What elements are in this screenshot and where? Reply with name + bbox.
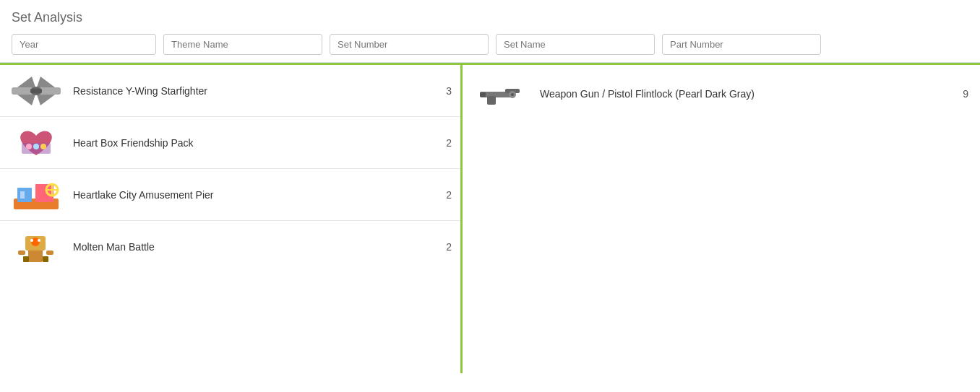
svg-rect-32 <box>480 92 486 97</box>
part-name: Weapon Gun / Pistol Flintlock (Pearl Dar… <box>540 88 954 100</box>
svg-rect-6 <box>30 89 42 93</box>
list-item[interactable]: Heart Box Friendship Pack 2 <box>0 117 460 169</box>
item-thumbnail <box>9 227 63 266</box>
svg-rect-21 <box>18 251 25 255</box>
set-name-filter-input[interactable] <box>496 34 655 55</box>
set-number-filter-input[interactable] <box>330 34 489 55</box>
list-item[interactable]: Resistance Y-Wing Starfighter 3 <box>0 65 460 117</box>
svg-point-20 <box>31 238 40 246</box>
svg-rect-22 <box>46 251 53 255</box>
item-thumbnail <box>9 123 63 162</box>
svg-point-31 <box>511 93 514 96</box>
item-name: Molten Man Battle <box>73 241 430 253</box>
svg-marker-1 <box>17 77 35 87</box>
svg-point-26 <box>38 239 40 242</box>
svg-point-8 <box>26 144 32 149</box>
part-number-filter-input[interactable] <box>662 34 821 55</box>
part-count: 9 <box>954 88 968 100</box>
item-count: 2 <box>437 241 452 253</box>
item-name: Heartlake City Amusement Pier <box>73 189 430 201</box>
part-item[interactable]: Weapon Gun / Pistol Flintlock (Pearl Dar… <box>463 65 980 123</box>
filter-bar <box>12 34 968 55</box>
item-name: Heart Box Friendship Pack <box>73 137 430 149</box>
svg-point-10 <box>40 144 46 149</box>
svg-point-9 <box>33 144 39 149</box>
year-filter-input[interactable] <box>12 34 156 55</box>
part-thumbnail <box>474 72 528 116</box>
page-container: Set Analysis Resistance Y-Wing <box>0 0 980 392</box>
item-thumbnail <box>9 175 63 214</box>
item-name: Resistance Y-Wing Starfighter <box>73 85 430 97</box>
svg-marker-4 <box>37 95 55 105</box>
page-title: Set Analysis <box>12 10 968 25</box>
item-count: 2 <box>437 137 452 149</box>
main-content: Resistance Y-Wing Starfighter 3 Heart Bo… <box>0 63 980 373</box>
left-panel: Resistance Y-Wing Starfighter 3 Heart Bo… <box>0 65 463 373</box>
list-item[interactable]: Heartlake City Amusement Pier 2 <box>0 169 460 221</box>
item-count: 3 <box>437 85 452 97</box>
svg-point-25 <box>30 239 33 242</box>
svg-marker-3 <box>17 95 35 105</box>
list-item[interactable]: Molten Man Battle 2 <box>0 221 460 272</box>
svg-rect-29 <box>487 96 496 105</box>
right-panel: Weapon Gun / Pistol Flintlock (Pearl Dar… <box>463 65 980 373</box>
theme-name-filter-input[interactable] <box>163 34 322 55</box>
svg-rect-23 <box>23 256 29 262</box>
svg-rect-24 <box>43 256 48 262</box>
header: Set Analysis <box>0 0 980 63</box>
svg-rect-14 <box>20 191 25 199</box>
svg-marker-2 <box>37 77 55 87</box>
item-thumbnail <box>9 71 63 110</box>
item-count: 2 <box>437 189 452 201</box>
svg-rect-13 <box>35 184 53 202</box>
